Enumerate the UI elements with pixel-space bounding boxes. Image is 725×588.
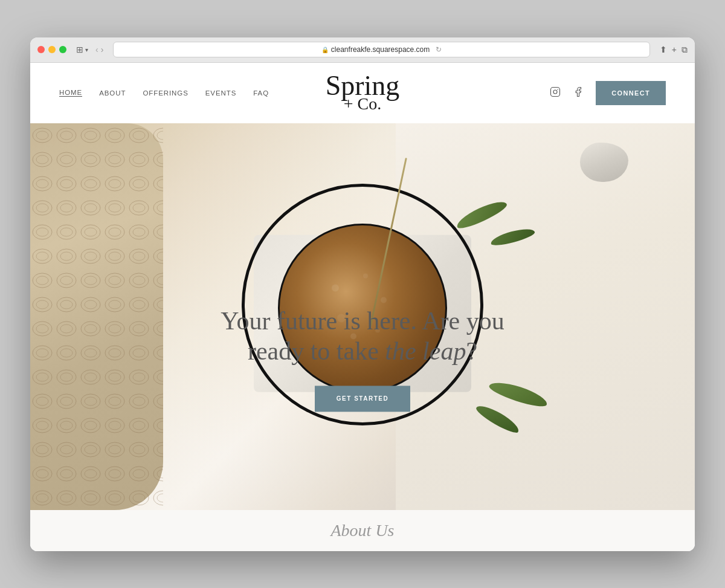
nav-right: CONNECT	[550, 81, 666, 105]
new-tab-icon[interactable]: +	[672, 45, 677, 55]
nav-offerings[interactable]: OFFERINGS	[143, 89, 188, 97]
svg-rect-0	[551, 87, 560, 96]
duplicate-icon[interactable]: ⧉	[682, 45, 688, 55]
hero-content: Your future is here. Are you ready to ta…	[196, 306, 529, 412]
reload-icon[interactable]: ↻	[436, 45, 442, 54]
svg-point-8	[363, 273, 368, 278]
svg-rect-5	[30, 123, 163, 510]
close-button[interactable]	[37, 46, 45, 53]
nav-events[interactable]: EVENTS	[205, 89, 237, 97]
site-navigation: HOME ABOUT OFFERINGS EVENTS FAQ Spring +…	[30, 63, 695, 123]
fullscreen-button[interactable]	[59, 46, 66, 53]
nav-left: HOME ABOUT OFFERINGS EVENTS FAQ	[59, 89, 269, 97]
browser-actions: ⬆ + ⧉	[660, 45, 688, 55]
sidebar-toggle[interactable]: ⊞ ▾	[76, 45, 88, 54]
stone-decoration	[580, 143, 628, 182]
traffic-lights	[37, 46, 66, 53]
about-section-peek: About Us	[30, 510, 695, 551]
facebook-link[interactable]	[573, 86, 584, 100]
svg-point-1	[553, 90, 557, 94]
browser-window: ⊞ ▾ ‹ › 🔒 cleanfreakfe.squarespace.com ↻…	[30, 37, 695, 551]
hero-title-italic: the leap	[385, 337, 466, 365]
svg-point-9	[381, 297, 387, 303]
svg-point-7	[332, 284, 339, 291]
nav-faq[interactable]: FAQ	[253, 89, 269, 97]
hero-title: Your future is here. Are you ready to ta…	[196, 306, 529, 367]
connect-button[interactable]: CONNECT	[596, 81, 666, 105]
forward-button[interactable]: ›	[101, 45, 104, 54]
minimize-button[interactable]	[48, 46, 56, 53]
url-text: cleanfreakfe.squarespace.com	[331, 45, 430, 54]
get-started-button[interactable]: GET STARTED	[315, 386, 410, 412]
browser-chrome: ⊞ ▾ ‹ › 🔒 cleanfreakfe.squarespace.com ↻…	[30, 37, 695, 63]
about-heading: About Us	[331, 521, 395, 540]
address-bar[interactable]: 🔒 cleanfreakfe.squarespace.com ↻	[113, 42, 649, 57]
nav-arrows: ‹ ›	[95, 45, 103, 54]
lock-icon: 🔒	[321, 47, 329, 53]
nav-about[interactable]: ABOUT	[99, 89, 126, 97]
site-logo[interactable]: Spring + Co.	[326, 73, 400, 112]
sidebar-icon: ⊞	[76, 45, 83, 54]
fabric-decoration	[30, 123, 163, 510]
svg-point-2	[558, 89, 559, 90]
website-content: HOME ABOUT OFFERINGS EVENTS FAQ Spring +…	[30, 63, 695, 551]
chevron-down-icon: ▾	[85, 47, 88, 53]
hero-background: Your future is here. Are you ready to ta…	[30, 123, 695, 510]
instagram-link[interactable]	[550, 86, 561, 100]
back-button[interactable]: ‹	[95, 45, 98, 54]
nav-home[interactable]: HOME	[59, 89, 82, 97]
hero-section: Your future is here. Are you ready to ta…	[30, 123, 695, 510]
share-icon[interactable]: ⬆	[660, 45, 667, 55]
